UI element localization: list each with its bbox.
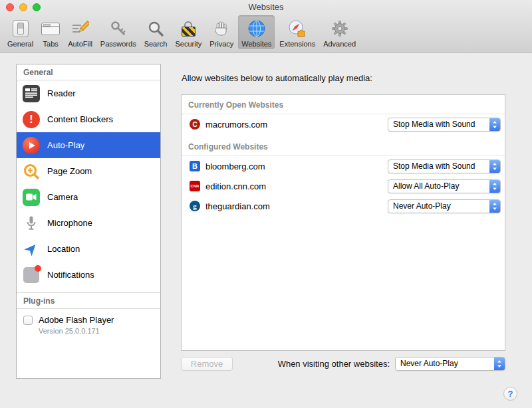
toolbar-label: Security [175,40,201,48]
notifications-icon [22,266,41,284]
toolbar-item-advanced[interactable]: Advanced [320,15,359,49]
dropdown-value: Allow All Auto-Play [388,181,489,191]
sidebar-item-microphone[interactable]: Microphone [17,210,160,236]
toolbar-label: Advanced [323,40,356,48]
privacy-icon [213,17,230,40]
website-row-guardian: g theguardian.com Never Auto-Play [182,196,505,216]
panel-description: Allow websites below to automatically pl… [182,73,372,83]
remove-button[interactable]: Remove [181,357,233,371]
website-name: macrumors.com [205,120,388,130]
reader-icon [22,84,41,103]
other-websites-dropdown[interactable]: Never Auto-Play [395,357,505,371]
tabs-icon [41,17,60,40]
dropdown-arrows-icon [489,118,500,131]
sidebar-item-reader[interactable]: Reader [17,80,160,106]
plugin-info: Adobe Flash Player Version 25.0.0.171 [39,315,114,335]
sidebar-item-label: Notifications [47,270,94,280]
sidebar-item-content-blockers[interactable]: ! Content Blockers [17,106,160,132]
cnn-favicon: CNN [190,181,200,191]
toolbar-item-passwords[interactable]: Passwords [97,15,140,49]
dropdown-value: Stop Media with Sound [388,120,489,129]
dropdown-arrows-icon [489,200,500,213]
group-header-current: Currently Open Websites [182,95,505,114]
toolbar-item-tabs[interactable]: Tabs [38,15,63,49]
flash-player-checkbox[interactable] [23,316,33,325]
website-row-cnn: CNN edition.cnn.com Allow All Auto-Play [182,176,505,196]
websites-sidebar: General Reader ! [16,64,161,379]
general-icon [13,17,29,40]
website-name: bloomberg.com [205,161,388,171]
dropdown-value: Never Auto-Play [396,359,494,368]
security-icon [182,17,196,40]
guardian-favicon: g [190,201,200,211]
preferences-toolbar: General Tabs AutoFill [4,15,528,52]
toolbar-item-extensions[interactable]: Extensions [276,15,319,49]
website-row-macrumors: C macrumors.com Stop Media with Sound [182,114,505,134]
autoplay-policy-dropdown-guardian[interactable]: Never Auto-Play [388,199,501,213]
sidebar-item-location[interactable]: Location [17,236,160,262]
sidebar-item-label: Camera [47,192,78,202]
website-name: theguardian.com [205,201,388,211]
other-websites-label: When visiting other websites: [278,359,390,369]
zoom-button[interactable] [33,3,41,11]
websites-list-box: Currently Open Websites C macrumors.com … [181,94,505,351]
toolbar-item-general[interactable]: General [4,15,37,49]
toolbar-label: General [7,40,33,48]
close-button[interactable] [6,3,14,11]
toolbar-label: Websites [241,40,271,48]
sidebar-item-label: Reader [47,88,76,98]
toolbar-item-websites[interactable]: Websites [238,15,275,49]
passwords-icon [110,17,127,40]
dropdown-arrows-icon [489,180,500,193]
sidebar-item-label: Auto-Play [47,140,84,150]
sidebar-section-general: General [17,64,160,80]
plugin-row-adobe-flash: Adobe Flash Player Version 25.0.0.171 [17,309,160,341]
website-name: edition.cnn.com [205,181,388,191]
autoplay-policy-dropdown-bloomberg[interactable]: Stop Media with Sound [388,159,501,173]
window-chrome: Websites General Tabs [0,0,532,52]
toolbar-label: Extensions [279,40,315,48]
advanced-icon [331,17,348,40]
group-header-configured: Configured Websites [182,137,505,156]
sidebar-section-plugins: Plug-ins [17,292,160,309]
sidebar-item-label: Content Blockers [47,114,113,124]
dropdown-value: Never Auto-Play [388,201,489,211]
website-row-bloomberg: B bloomberg.com Stop Media with Sound [182,156,505,176]
content-blockers-icon: ! [22,110,41,129]
sidebar-item-label: Page Zoom [47,166,92,176]
toolbar-item-search[interactable]: Search [141,15,171,49]
help-button[interactable]: ? [503,387,517,401]
window-title: Websites [0,0,532,15]
sidebar-item-label: Location [47,244,80,254]
toolbar-label: Tabs [43,40,59,48]
toolbar-label: AutoFill [68,40,92,48]
dropdown-arrows-icon [489,160,500,173]
bottom-controls: Remove When visiting other websites: Nev… [181,356,505,371]
camera-icon [22,188,41,207]
toolbar-item-privacy[interactable]: Privacy [206,15,237,49]
traffic-lights [6,3,41,11]
extensions-icon [288,17,307,40]
plugin-name: Adobe Flash Player [39,315,114,325]
sidebar-item-auto-play[interactable]: Auto-Play [17,132,160,158]
auto-play-icon [22,136,41,155]
location-icon [22,240,41,258]
page-zoom-icon [22,162,41,181]
macrumors-favicon: C [190,119,200,130]
sidebar-item-page-zoom[interactable]: Page Zoom [17,158,160,184]
sidebar-item-label: Microphone [47,218,92,228]
toolbar-item-autofill[interactable]: AutoFill [65,15,96,49]
sidebar-item-notifications[interactable]: Notifications [17,262,160,288]
sidebar-item-camera[interactable]: Camera [17,184,160,210]
toolbar-label: Search [144,40,168,48]
toolbar-item-security[interactable]: Security [172,15,205,49]
autofill-icon [70,17,89,40]
autoplay-policy-dropdown-cnn[interactable]: Allow All Auto-Play [388,179,501,193]
bloomberg-favicon: B [190,161,200,171]
safari-preferences-window: Websites General Tabs [0,0,532,408]
microphone-icon [22,214,41,233]
minimize-button[interactable] [19,3,27,11]
dropdown-arrows-icon [494,357,505,370]
autoplay-policy-dropdown-macrumors[interactable]: Stop Media with Sound [388,118,501,132]
search-icon [147,17,164,40]
